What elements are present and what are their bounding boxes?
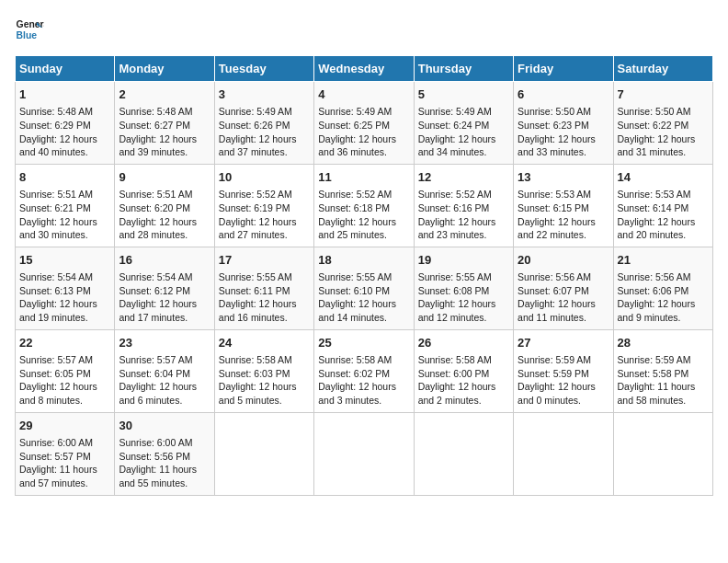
day-number: 21 — [618, 252, 709, 269]
day-info-line: Sunset: 6:14 PM — [618, 201, 709, 215]
day-info-line: Daylight: 11 hours — [618, 380, 709, 394]
day-info-line: Daylight: 12 hours — [318, 297, 409, 311]
day-info-line: and 9 minutes. — [618, 311, 709, 325]
calendar-cell: 20Sunrise: 5:56 AMSunset: 6:07 PMDayligh… — [514, 247, 613, 329]
day-info-line: Sunset: 6:22 PM — [618, 119, 709, 132]
day-info-line: Sunrise: 5:52 AM — [219, 188, 310, 201]
day-number: 24 — [219, 335, 310, 351]
day-number: 16 — [119, 252, 210, 269]
day-info-line: and 17 minutes. — [119, 311, 210, 325]
calendar-cell: 1Sunrise: 5:48 AMSunset: 6:29 PMDaylight… — [16, 82, 115, 165]
day-info-line: Sunrise: 5:59 AM — [518, 353, 609, 367]
day-info-line: Sunset: 6:03 PM — [219, 367, 310, 381]
day-info-line: Daylight: 12 hours — [618, 132, 709, 146]
day-number: 23 — [119, 335, 210, 351]
day-number: 11 — [318, 169, 409, 186]
weekday-header-saturday: Saturday — [613, 56, 712, 82]
day-number: 27 — [518, 335, 609, 351]
day-info-line: and 11 minutes. — [518, 311, 609, 325]
day-number: 13 — [518, 169, 609, 186]
day-info-line: Daylight: 12 hours — [518, 380, 609, 394]
day-info-line: Sunset: 5:56 PM — [119, 450, 210, 464]
day-info-line: Daylight: 12 hours — [19, 215, 110, 229]
day-info-line: Sunrise: 5:48 AM — [19, 105, 110, 119]
day-info-line: Sunrise: 5:50 AM — [518, 105, 609, 119]
calendar-cell: 13Sunrise: 5:53 AMSunset: 6:15 PMDayligh… — [514, 164, 613, 247]
day-info-line: Sunset: 6:23 PM — [518, 119, 609, 132]
day-info-line: Sunset: 6:08 PM — [418, 284, 509, 298]
day-number: 10 — [219, 169, 310, 186]
day-info-line: Sunset: 6:02 PM — [318, 367, 409, 381]
day-info-line: Sunrise: 5:57 AM — [119, 353, 210, 367]
day-info-line: Sunset: 6:16 PM — [418, 201, 509, 215]
day-info-line: Sunrise: 5:58 AM — [219, 353, 310, 367]
day-info-line: Daylight: 12 hours — [219, 132, 310, 146]
calendar-cell — [613, 412, 712, 495]
calendar-cell — [314, 412, 414, 495]
day-info-line: Sunset: 6:26 PM — [219, 119, 310, 132]
logo: General Blue — [15, 15, 48, 44]
day-info-line: Daylight: 12 hours — [418, 132, 509, 146]
day-info-line: and 39 minutes. — [119, 145, 210, 159]
day-info-line: Sunset: 5:58 PM — [618, 367, 709, 381]
day-info-line: Sunrise: 5:49 AM — [219, 105, 310, 119]
day-number: 20 — [518, 252, 609, 269]
weekday-header-sunday: Sunday — [16, 56, 115, 82]
day-info-line: and 8 minutes. — [19, 394, 110, 408]
calendar-cell: 27Sunrise: 5:59 AMSunset: 5:59 PMDayligh… — [514, 329, 613, 412]
day-info-line: Sunrise: 5:48 AM — [119, 105, 210, 119]
day-info-line: Daylight: 12 hours — [518, 132, 609, 146]
day-number: 25 — [318, 335, 409, 351]
logo-icon: General Blue — [15, 15, 44, 44]
calendar-week-3: 15Sunrise: 5:54 AMSunset: 6:13 PMDayligh… — [16, 247, 713, 329]
day-number: 30 — [119, 418, 210, 434]
day-number: 3 — [219, 86, 310, 103]
calendar-week-2: 8Sunrise: 5:51 AMSunset: 6:21 PMDaylight… — [16, 164, 713, 247]
calendar-week-5: 29Sunrise: 6:00 AMSunset: 5:57 PMDayligh… — [16, 412, 713, 495]
day-info-line: Sunrise: 5:50 AM — [618, 105, 709, 119]
calendar-cell: 12Sunrise: 5:52 AMSunset: 6:16 PMDayligh… — [414, 164, 513, 247]
day-info-line: and 37 minutes. — [219, 145, 310, 159]
day-info-line: Daylight: 12 hours — [518, 215, 609, 229]
day-info-line: Sunset: 6:29 PM — [19, 119, 110, 132]
svg-text:General: General — [17, 19, 44, 29]
calendar-cell: 5Sunrise: 5:49 AMSunset: 6:24 PMDaylight… — [414, 82, 513, 165]
day-info-line: Daylight: 12 hours — [618, 297, 709, 311]
day-info-line: and 23 minutes. — [418, 228, 509, 242]
day-info-line: Daylight: 11 hours — [19, 463, 110, 477]
day-number: 7 — [618, 86, 709, 103]
calendar-cell: 14Sunrise: 5:53 AMSunset: 6:14 PMDayligh… — [613, 164, 712, 247]
day-info-line: and 3 minutes. — [318, 394, 409, 408]
calendar-header: SundayMondayTuesdayWednesdayThursdayFrid… — [16, 56, 713, 82]
day-info-line: Sunrise: 5:53 AM — [618, 188, 709, 201]
day-info-line: Sunset: 5:57 PM — [19, 450, 110, 464]
day-number: 6 — [518, 86, 609, 103]
calendar-week-4: 22Sunrise: 5:57 AMSunset: 6:05 PMDayligh… — [16, 329, 713, 412]
day-number: 18 — [318, 252, 409, 269]
day-info-line: Daylight: 12 hours — [318, 132, 409, 146]
calendar-cell: 16Sunrise: 5:54 AMSunset: 6:12 PMDayligh… — [115, 247, 214, 329]
day-info-line: Sunrise: 5:53 AM — [518, 188, 609, 201]
weekday-header-thursday: Thursday — [414, 56, 513, 82]
day-info-line: and 0 minutes. — [518, 394, 609, 408]
day-info-line: Daylight: 12 hours — [318, 215, 409, 229]
day-number: 17 — [219, 252, 310, 269]
calendar-cell: 10Sunrise: 5:52 AMSunset: 6:19 PMDayligh… — [214, 164, 313, 247]
day-info-line: Sunrise: 5:56 AM — [618, 270, 709, 284]
calendar-cell: 2Sunrise: 5:48 AMSunset: 6:27 PMDaylight… — [115, 82, 214, 165]
calendar-cell — [414, 412, 513, 495]
day-info-line: Sunrise: 5:55 AM — [318, 270, 409, 284]
day-info-line: and 12 minutes. — [418, 311, 509, 325]
day-info-line: Daylight: 12 hours — [219, 380, 310, 394]
calendar-cell: 29Sunrise: 6:00 AMSunset: 5:57 PMDayligh… — [16, 412, 115, 495]
svg-text:Blue: Blue — [17, 30, 38, 40]
day-info-line: Daylight: 12 hours — [219, 215, 310, 229]
day-info-line: Daylight: 12 hours — [518, 297, 609, 311]
calendar-cell: 17Sunrise: 5:55 AMSunset: 6:11 PMDayligh… — [214, 247, 313, 329]
day-info-line: Sunset: 5:59 PM — [518, 367, 609, 381]
day-info-line: Sunrise: 5:54 AM — [119, 270, 210, 284]
day-number: 14 — [618, 169, 709, 186]
day-info-line: Sunrise: 5:54 AM — [19, 270, 110, 284]
day-info-line: Sunrise: 5:55 AM — [418, 270, 509, 284]
day-info-line: and 58 minutes. — [618, 394, 709, 408]
